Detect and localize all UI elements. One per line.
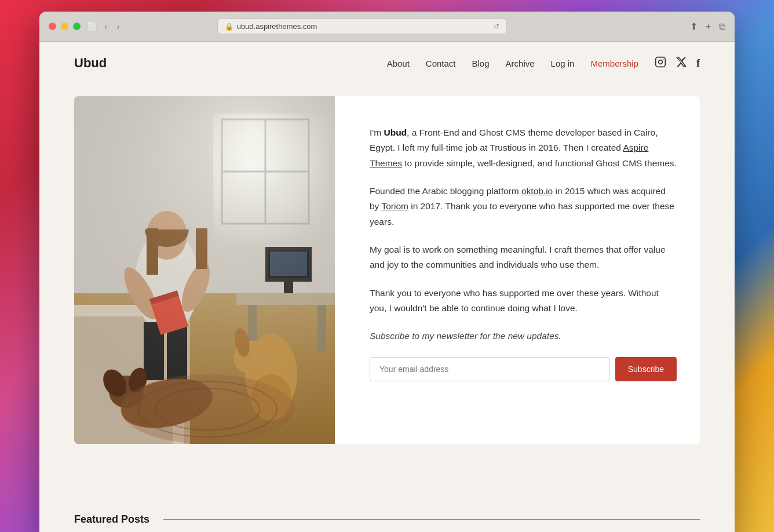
instagram-icon[interactable]: [655, 56, 666, 71]
new-tab-icon[interactable]: +: [706, 21, 711, 32]
toolbar-right: ⬆ + ⧉: [690, 21, 725, 32]
duplicate-icon[interactable]: ⧉: [719, 21, 725, 32]
facebook-icon[interactable]: f: [696, 57, 700, 70]
site-logo[interactable]: Ubud: [74, 56, 107, 71]
browser-chrome: ⬜ ‹ › 🔒 ubud.aspirethemes.com ↺ ⬆ + ⧉: [39, 12, 735, 42]
site-nav: Ubud About Contact Blog Archive Log in M…: [39, 42, 735, 85]
nav-archive[interactable]: Archive: [506, 59, 535, 68]
browser-controls: ⬜ ‹ ›: [87, 20, 122, 33]
refresh-icon[interactable]: ↺: [494, 23, 499, 31]
nav-blog[interactable]: Blog: [472, 59, 490, 68]
about-section: I'm Ubud, a Front-End and Ghost CMS them…: [74, 96, 700, 444]
about-text: I'm Ubud, a Front-End and Ghost CMS them…: [364, 96, 700, 405]
about-paragraph-1: I'm Ubud, a Front-End and Ghost CMS them…: [370, 125, 677, 171]
email-input[interactable]: [370, 357, 609, 381]
newsletter-intro: Subscribe to my newsletter for the new u…: [370, 329, 677, 344]
address-bar[interactable]: 🔒 ubud.aspirethemes.com ↺: [217, 19, 507, 34]
subscribe-button[interactable]: Subscribe: [615, 357, 677, 381]
main-content: I'm Ubud, a Front-End and Ghost CMS them…: [39, 85, 735, 502]
nav-contact[interactable]: Contact: [426, 59, 456, 68]
nav-links: About Contact Blog Archive Log in Member…: [387, 56, 700, 71]
toriom-link[interactable]: Toriom: [381, 201, 408, 211]
forward-button[interactable]: ›: [114, 20, 122, 33]
back-button[interactable]: ‹: [102, 20, 109, 33]
about-name-bold: Ubud: [384, 127, 407, 137]
svg-point-1: [659, 60, 663, 64]
nav-about[interactable]: About: [387, 59, 410, 68]
featured-section: Featured Posts: [39, 502, 735, 532]
about-paragraph-3: My goal is to work on something meaningf…: [370, 242, 677, 273]
svg-rect-0: [656, 57, 666, 67]
close-button[interactable]: [49, 23, 56, 30]
about-image: [74, 96, 335, 444]
oktob-link[interactable]: oktob.io: [521, 186, 553, 196]
share-icon[interactable]: ⬆: [690, 21, 698, 32]
lock-icon: 🔒: [225, 23, 233, 31]
page-content: Ubud About Contact Blog Archive Log in M…: [39, 42, 735, 532]
url-text: ubud.aspirethemes.com: [237, 22, 317, 31]
maximize-button[interactable]: [73, 23, 81, 30]
nav-membership[interactable]: Membership: [590, 59, 638, 68]
featured-line: [163, 519, 700, 520]
svg-point-2: [663, 59, 664, 60]
nav-social: f: [655, 56, 700, 71]
featured-posts-title: Featured Posts: [74, 513, 149, 526]
tab-icon[interactable]: ⬜: [87, 22, 97, 31]
nav-login[interactable]: Log in: [551, 59, 575, 68]
about-paragraph-4: Thank you to everyone who has supported …: [370, 286, 677, 316]
browser-window: ⬜ ‹ › 🔒 ubud.aspirethemes.com ↺ ⬆ + ⧉ Ub…: [39, 12, 735, 532]
email-form: Subscribe: [370, 357, 677, 381]
about-paragraph-2: Founded the Arabic blogging platform okt…: [370, 184, 677, 229]
aspire-themes-link[interactable]: Aspire Themes: [370, 143, 648, 167]
twitter-icon[interactable]: [676, 56, 687, 71]
photo-canvas: [74, 96, 335, 444]
minimize-button[interactable]: [61, 23, 68, 30]
traffic-lights: [49, 23, 81, 30]
